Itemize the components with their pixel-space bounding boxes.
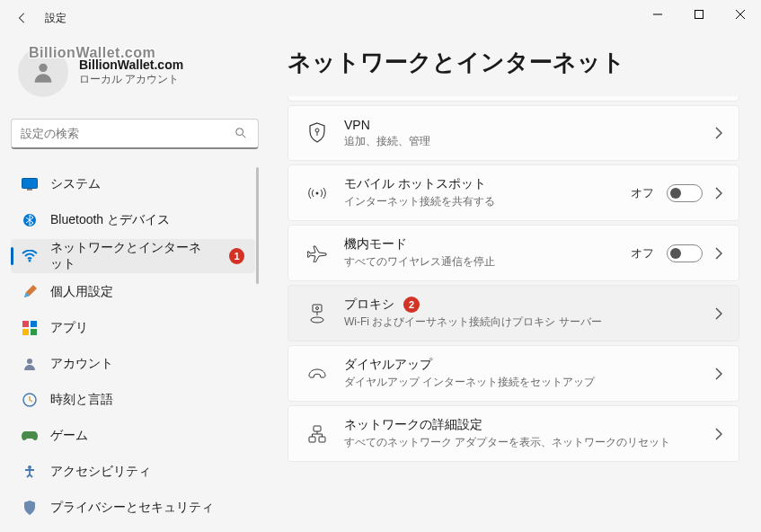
card-hotspot[interactable]: モバイル ホットスポット インターネット接続を共有する オフ	[288, 164, 739, 221]
personalization-icon	[22, 284, 38, 300]
proxy-icon	[305, 304, 330, 324]
avatar	[18, 47, 68, 97]
card-sub: Wi-Fi およびイーサネット接続向けプロキシ サーバー	[344, 315, 715, 330]
nav: システム Bluetooth とデバイス ネットワークとインターネット 1 個人…	[11, 167, 259, 532]
svg-point-10	[29, 260, 31, 262]
svg-point-4	[39, 64, 47, 72]
svg-rect-25	[319, 437, 325, 442]
svg-point-17	[28, 466, 31, 469]
vpn-icon	[305, 122, 330, 144]
svg-point-18	[315, 129, 319, 132]
card-title: ネットワークの詳細設定	[344, 417, 715, 433]
svg-line-6	[243, 134, 246, 137]
sidebar-item-privacy[interactable]: プライバシーとセキュリティ	[11, 491, 255, 525]
card-sub: すべてのネットワーク アダプターを表示、ネットワークのリセット	[344, 435, 715, 450]
svg-rect-23	[314, 426, 321, 431]
profile-name: BillionWallet.com	[79, 58, 183, 72]
svg-rect-12	[31, 321, 37, 327]
svg-rect-14	[31, 329, 37, 335]
sidebar-item-label: 個人用設定	[50, 284, 113, 300]
card-title-text: プロキシ	[344, 297, 394, 313]
svg-rect-13	[22, 329, 29, 335]
window-title: 設定	[45, 11, 66, 26]
card-vpn[interactable]: VPN 追加、接続、管理	[288, 105, 739, 161]
annotation-badge-1: 1	[229, 248, 244, 264]
window-controls	[637, 0, 761, 29]
time-icon	[22, 392, 38, 408]
network-icon	[22, 248, 38, 264]
sidebar-item-label: アカウント	[50, 356, 113, 372]
annotation-badge-2: 2	[403, 297, 420, 313]
svg-point-15	[27, 359, 32, 364]
search-icon	[234, 127, 249, 141]
nav-scrollbar[interactable]	[256, 167, 259, 284]
accessibility-icon	[22, 464, 38, 480]
sidebar-item-label: Bluetooth とデバイス	[50, 212, 170, 228]
profile-section[interactable]: BillionWallet.com BillionWallet.com ローカル…	[11, 36, 259, 108]
profile-sub: ローカル アカウント	[79, 72, 183, 87]
sidebar-item-gaming[interactable]: ゲーム	[11, 419, 255, 453]
airplane-icon	[305, 244, 330, 262]
search-input[interactable]	[21, 127, 234, 140]
svg-point-19	[316, 191, 319, 194]
bluetooth-icon	[22, 212, 38, 228]
svg-point-5	[236, 128, 243, 135]
card-title: VPN	[344, 118, 715, 132]
card-sub: 追加、接続、管理	[344, 134, 715, 149]
card-title: 機内モード	[344, 236, 631, 253]
hotspot-icon	[305, 185, 330, 201]
svg-rect-11	[22, 321, 29, 327]
sidebar-item-accounts[interactable]: アカウント	[11, 347, 255, 381]
sidebar-item-bluetooth[interactable]: Bluetooth とデバイス	[11, 203, 255, 237]
card-title: モバイル ホットスポット	[344, 176, 631, 192]
card-dialup[interactable]: ダイヤルアップ ダイヤルアップ インターネット接続をセットアップ	[288, 345, 739, 402]
apps-icon	[22, 320, 38, 336]
sidebar-item-time-language[interactable]: 時刻と言語	[11, 383, 255, 417]
card-proxy[interactable]: プロキシ 2 Wi-Fi およびイーサネット接続向けプロキシ サーバー	[288, 285, 739, 341]
close-button[interactable]	[720, 0, 761, 29]
card-airplane[interactable]: 機内モード すべてのワイヤレス通信を停止 オフ	[288, 225, 739, 281]
chevron-right-icon	[715, 247, 722, 260]
svg-rect-24	[309, 437, 315, 442]
minimize-button[interactable]	[637, 0, 678, 29]
card-partial-top[interactable]	[288, 96, 739, 102]
sidebar-item-personalization[interactable]: 個人用設定	[11, 275, 255, 309]
system-icon	[22, 176, 38, 192]
sidebar-item-label: ゲーム	[50, 428, 88, 444]
card-title: ダイヤルアップ	[344, 357, 715, 373]
sidebar-item-label: ネットワークとインターネット	[50, 240, 213, 272]
svg-point-21	[316, 306, 319, 309]
card-advanced-network[interactable]: ネットワークの詳細設定 すべてのネットワーク アダプターを表示、ネットワークのリ…	[288, 405, 739, 462]
hotspot-toggle[interactable]	[667, 184, 703, 202]
main-content: ネットワークとインターネット VPN 追加、接続、管理 モバイル ホットスポット…	[270, 36, 761, 532]
svg-point-22	[311, 317, 323, 323]
card-sub: すべてのワイヤレス通信を停止	[344, 254, 631, 270]
sidebar-item-label: アクセシビリティ	[50, 464, 151, 480]
card-sub: インターネット接続を共有する	[344, 194, 631, 209]
svg-rect-7	[22, 179, 38, 189]
sidebar-item-apps[interactable]: アプリ	[11, 311, 255, 345]
advanced-network-icon	[305, 425, 330, 443]
chevron-right-icon	[715, 368, 722, 380]
airplane-toggle[interactable]	[667, 244, 703, 262]
maximize-button[interactable]	[678, 0, 720, 29]
sidebar-item-label: システム	[50, 176, 101, 192]
dialup-icon	[305, 367, 330, 381]
chevron-right-icon	[715, 428, 722, 440]
titlebar: 設定	[0, 0, 761, 36]
card-title: プロキシ 2	[344, 297, 715, 313]
card-sub: ダイヤルアップ インターネット接続をセットアップ	[344, 375, 715, 390]
back-button[interactable]	[9, 12, 36, 24]
sidebar: BillionWallet.com BillionWallet.com ローカル…	[0, 36, 270, 532]
toggle-label: オフ	[631, 185, 654, 201]
sidebar-item-system[interactable]: システム	[11, 167, 255, 201]
sidebar-item-network[interactable]: ネットワークとインターネット 1	[11, 239, 255, 273]
svg-rect-1	[695, 11, 703, 19]
svg-rect-8	[27, 189, 32, 191]
sidebar-item-accessibility[interactable]: アクセシビリティ	[11, 455, 255, 489]
sidebar-item-label: プライバシーとセキュリティ	[50, 500, 214, 516]
chevron-right-icon	[715, 307, 722, 320]
chevron-right-icon	[715, 127, 722, 139]
search-input-container[interactable]	[11, 119, 259, 149]
sidebar-item-label: アプリ	[50, 320, 88, 336]
